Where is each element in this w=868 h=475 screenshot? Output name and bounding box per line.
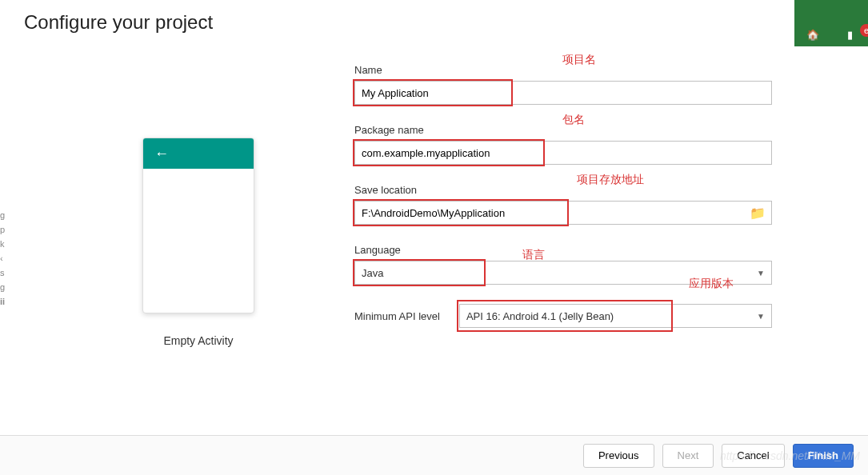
previous-button[interactable]: Previous	[583, 444, 654, 468]
annotation-package: 包名	[562, 113, 585, 127]
home-icon[interactable]: 🏠	[806, 27, 820, 42]
name-input[interactable]	[354, 81, 772, 105]
back-arrow-icon: ←	[154, 146, 169, 161]
bookmark-icon[interactable]: ▮	[842, 27, 857, 42]
project-form: Name 项目名 Package name 包名 Save location 📁…	[354, 64, 772, 328]
wizard-footer: Previous Next Cancel Finish	[0, 435, 868, 475]
api-value: API 16: Android 4.1 (Jelly Bean)	[466, 310, 614, 322]
package-input[interactable]	[354, 141, 772, 165]
chevron-down-icon: ▼	[757, 312, 765, 321]
annotation-name: 项目名	[562, 53, 596, 67]
location-field-group: Save location 📁 项目存放地址	[354, 184, 772, 225]
cropped-edge: gpk‹sgii	[0, 208, 6, 309]
phone-appbar: ←	[143, 138, 254, 169]
page-title: Configure your project	[24, 11, 213, 34]
package-field-group: Package name 包名	[354, 124, 772, 165]
annotation-api: 应用版本	[689, 277, 734, 291]
folder-icon[interactable]: 📁	[750, 206, 766, 221]
annotation-language: 语言	[522, 248, 545, 262]
template-preview: ← Empty Activity	[142, 138, 254, 347]
phone-preview: ←	[142, 138, 254, 313]
window-toolbar: 🏠 ▮	[794, 0, 868, 46]
annotation-location: 项目存放地址	[577, 173, 644, 187]
finish-button[interactable]: Finish	[793, 444, 854, 468]
next-button: Next	[662, 444, 714, 468]
language-label: Language	[354, 244, 772, 256]
location-label: Save location	[354, 184, 772, 196]
template-name: Empty Activity	[142, 334, 254, 347]
location-input[interactable]	[354, 201, 772, 225]
chevron-down-icon: ▼	[757, 269, 765, 277]
notification-badge[interactable]: e	[860, 24, 868, 37]
language-value: Java	[362, 267, 383, 279]
api-field-group: Minimum API level API 16: Android 4.1 (J…	[354, 304, 772, 328]
name-field-group: Name 项目名	[354, 64, 772, 105]
api-select[interactable]: API 16: Android 4.1 (Jelly Bean) ▼	[459, 304, 772, 328]
cancel-button[interactable]: Cancel	[722, 444, 784, 468]
api-label: Minimum API level	[354, 310, 440, 322]
